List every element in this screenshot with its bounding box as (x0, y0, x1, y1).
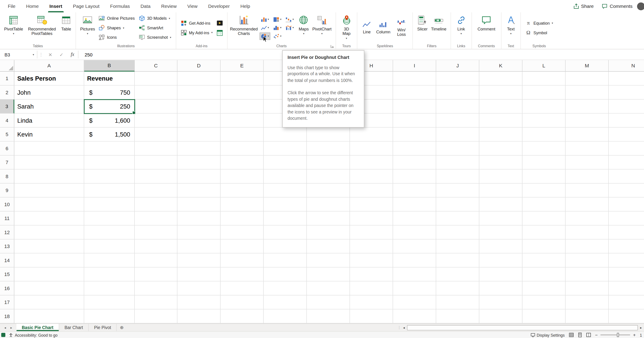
cell-M14[interactable] (566, 253, 609, 267)
cell-A6[interactable] (14, 141, 84, 155)
cell-B10[interactable] (84, 198, 135, 211)
addin-shortcut-1-button[interactable] (216, 20, 223, 26)
cell-J16[interactable] (436, 281, 479, 295)
insert-function-button[interactable]: fx (67, 50, 78, 60)
cell-F15[interactable] (264, 267, 307, 281)
cell-D4[interactable] (178, 113, 220, 127)
cell-J11[interactable] (436, 212, 479, 225)
cell-I16[interactable] (393, 281, 436, 295)
cell-B12[interactable] (84, 225, 135, 239)
page-layout-view-icon[interactable] (578, 332, 582, 337)
cell-F16[interactable] (264, 281, 307, 295)
cell-I2[interactable] (393, 86, 436, 99)
cell-J17[interactable] (436, 295, 479, 309)
zoom-slider[interactable] (601, 334, 630, 335)
cell-A17[interactable] (14, 295, 84, 309)
cell-M13[interactable] (566, 240, 609, 253)
cell-C15[interactable] (135, 267, 178, 281)
cell-K8[interactable] (479, 170, 522, 183)
cell-N18[interactable] (609, 309, 644, 323)
row-header-13[interactable]: 13 (0, 240, 14, 253)
cell-D11[interactable] (178, 212, 220, 225)
row-header-8[interactable]: 8 (0, 170, 14, 183)
cell-G11[interactable] (307, 212, 350, 225)
cell-L9[interactable] (522, 184, 566, 198)
cell-L15[interactable] (522, 267, 566, 281)
cell-G18[interactable] (307, 309, 350, 323)
cell-B6[interactable] (84, 141, 135, 155)
cell-F6[interactable] (264, 141, 307, 155)
cell-E3[interactable] (220, 100, 264, 113)
my-addins-button[interactable]: My Add-ins ▾ (179, 28, 214, 37)
cell-D18[interactable] (178, 309, 220, 323)
sheet-next-icon[interactable]: ▸ (10, 326, 12, 329)
sparkline-line-button[interactable]: Line (360, 13, 374, 43)
cell-B7[interactable] (84, 155, 135, 170)
cell-K2[interactable] (479, 86, 522, 99)
tab-developer[interactable]: Developer (203, 0, 235, 12)
cell-N2[interactable] (609, 86, 644, 99)
row-header-6[interactable]: 6 (0, 141, 14, 155)
cancel-icon[interactable]: ✕ (45, 50, 56, 60)
cell-N17[interactable] (609, 295, 644, 309)
cell-A12[interactable] (14, 225, 84, 239)
cell-E11[interactable] (220, 212, 264, 225)
symbol-button[interactable]: Ω Symbol (524, 28, 554, 37)
insert-column-chart-button[interactable]: ▾ (260, 16, 270, 23)
select-all-corner[interactable] (0, 60, 14, 71)
cell-B2[interactable]: $750 (84, 86, 135, 99)
cell-M18[interactable] (566, 309, 609, 323)
cell-E15[interactable] (220, 267, 264, 281)
cell-L3[interactable] (522, 100, 566, 113)
online-pictures-button[interactable]: Online Pictures (97, 14, 136, 23)
cell-H11[interactable] (350, 212, 393, 225)
cell-N7[interactable] (609, 155, 644, 170)
pivotchart-button[interactable]: PivotChart ▾ (311, 13, 333, 43)
cell-N16[interactable] (609, 281, 644, 295)
scrollbar-splitter[interactable]: ⋮ (398, 325, 401, 329)
cell-C3[interactable] (135, 100, 178, 113)
cell-B3[interactable]: $250 (84, 100, 135, 113)
cell-L17[interactable] (522, 295, 566, 309)
cell-E17[interactable] (220, 295, 264, 309)
column-header-K[interactable]: K (479, 60, 522, 71)
cell-G8[interactable] (307, 170, 350, 183)
cell-N10[interactable] (609, 198, 644, 211)
cell-B15[interactable] (84, 267, 135, 281)
cell-E9[interactable] (220, 184, 264, 198)
cell-A3[interactable]: Sarah (14, 100, 84, 113)
cell-B1[interactable]: Revenue (84, 72, 135, 86)
cell-H7[interactable] (350, 155, 393, 170)
cell-F13[interactable] (264, 240, 307, 253)
cell-L7[interactable] (522, 155, 566, 170)
new-sheet-button[interactable]: ⊕ (117, 324, 127, 331)
cell-J9[interactable] (436, 184, 479, 198)
cell-B4[interactable]: $1,600 (84, 113, 135, 127)
cell-H10[interactable] (350, 198, 393, 211)
cell-L8[interactable] (522, 170, 566, 183)
insert-scatter-chart-button[interactable]: ▾ (272, 32, 283, 40)
shapes-button[interactable]: Shapes ▾ (97, 24, 136, 32)
cell-J18[interactable] (436, 309, 479, 323)
cell-J1[interactable] (436, 72, 479, 86)
cell-J2[interactable] (436, 86, 479, 99)
cell-F17[interactable] (264, 295, 307, 309)
cell-C12[interactable] (135, 225, 178, 239)
column-header-D[interactable]: D (178, 60, 220, 71)
cell-M10[interactable] (566, 198, 609, 211)
cell-K7[interactable] (479, 155, 522, 170)
cell-H17[interactable] (350, 295, 393, 309)
cell-A9[interactable] (14, 184, 84, 198)
cell-A5[interactable]: Kevin (14, 128, 84, 141)
insert-hierarchy-chart-button[interactable]: ▾ (272, 16, 283, 23)
zoom-percentage[interactable]: 1 (640, 333, 642, 337)
column-header-B[interactable]: B (84, 60, 135, 71)
sheet-tab-bar-chart[interactable]: Bar Chart (59, 324, 89, 331)
cell-N6[interactable] (609, 141, 644, 155)
cell-I11[interactable] (393, 212, 436, 225)
cell-K16[interactable] (479, 281, 522, 295)
cell-D10[interactable] (178, 198, 220, 211)
charts-dialog-launcher[interactable] (330, 45, 334, 48)
cell-G12[interactable] (307, 225, 350, 239)
tab-insert[interactable]: Insert (44, 0, 68, 12)
